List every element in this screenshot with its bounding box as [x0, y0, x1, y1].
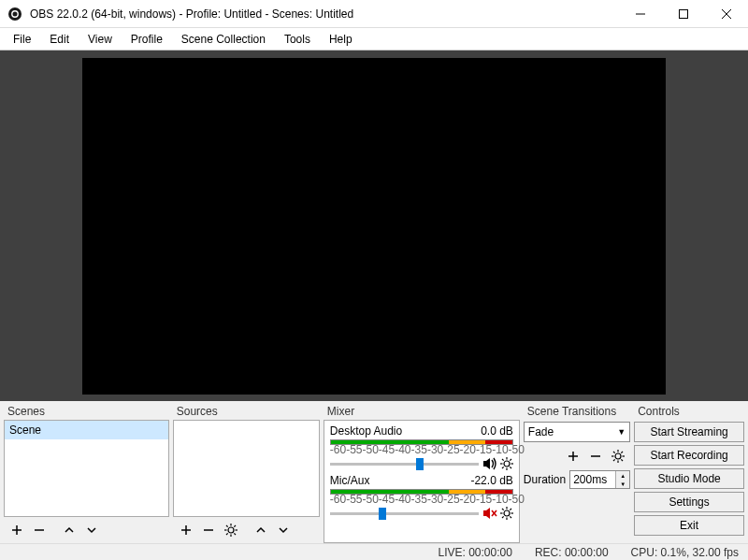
speaker-muted-icon[interactable]	[482, 507, 497, 520]
titlebar: OBS 22.0.2 (64-bit, windows) - Profile: …	[0, 0, 748, 28]
duration-spinbox[interactable]: ▲ ▼	[569, 470, 630, 489]
svg-marker-21	[483, 458, 490, 469]
mixer-channel-name: Desktop Audio	[330, 424, 402, 438]
svg-line-28	[510, 467, 511, 468]
scene-item[interactable]: Scene	[5, 421, 168, 439]
minimize-button[interactable]	[619, 0, 662, 28]
svg-line-42	[502, 516, 504, 518]
chevron-down-icon: ▼	[617, 427, 626, 437]
menu-edit[interactable]: Edit	[40, 30, 79, 49]
svg-line-27	[502, 459, 504, 461]
svg-line-39	[502, 509, 504, 510]
svg-line-40	[510, 516, 511, 518]
spin-up-button[interactable]: ▲	[616, 471, 629, 480]
gear-icon[interactable]	[500, 507, 513, 520]
svg-line-54	[613, 459, 615, 461]
app-icon	[6, 5, 24, 23]
volume-slider[interactable]	[330, 463, 479, 466]
menu-help[interactable]: Help	[320, 30, 362, 49]
svg-line-20	[226, 533, 228, 535]
svg-point-12	[228, 527, 234, 533]
mixer-panel: Mixer Desktop Audio 0.0 dB -60-55-50-45-…	[324, 403, 520, 543]
status-live: LIVE: 00:00:00	[438, 546, 511, 559]
studio-mode-button[interactable]: Studio Mode	[634, 468, 744, 489]
menu-file[interactable]: File	[4, 30, 40, 49]
gear-icon[interactable]	[500, 457, 513, 470]
svg-point-46	[615, 453, 621, 459]
transition-remove-button[interactable]	[585, 446, 606, 467]
svg-line-19	[234, 525, 236, 527]
svg-marker-31	[483, 508, 490, 519]
scene-remove-button[interactable]	[29, 520, 50, 540]
window-title: OBS 22.0.2 (64-bit, windows) - Profile: …	[24, 7, 619, 21]
mixer-channel-mic-aux: Mic/Aux -22.0 dB -60-55-50-45-40-35-30-2…	[330, 474, 513, 522]
transitions-title: Scene Transitions	[524, 403, 630, 420]
svg-line-53	[621, 452, 623, 453]
close-button[interactable]	[705, 0, 748, 28]
sources-panel: Sources	[173, 403, 320, 543]
start-streaming-button[interactable]: Start Streaming	[634, 422, 744, 442]
menu-scene-collection[interactable]: Scene Collection	[172, 30, 275, 49]
svg-line-51	[613, 452, 615, 453]
svg-line-29	[510, 459, 511, 461]
status-rec: REC: 00:00:00	[535, 546, 609, 559]
exit-button[interactable]: Exit	[634, 515, 744, 536]
speaker-icon[interactable]	[482, 457, 497, 470]
mixer-channel-db: -22.0 dB	[470, 474, 512, 487]
menu-view[interactable]: View	[79, 30, 122, 49]
mixer-channel-desktop-audio: Desktop Audio 0.0 dB -60-55-50-45-40-35-…	[330, 424, 513, 472]
scene-move-up-button[interactable]	[59, 520, 79, 540]
svg-rect-3	[680, 9, 688, 18]
status-bar: LIVE: 00:00:00 REC: 00:00:00 CPU: 0.1%, …	[0, 543, 748, 560]
volume-meter	[330, 489, 513, 495]
svg-line-18	[234, 533, 236, 535]
scenes-title: Scenes	[4, 403, 169, 420]
preview-canvas[interactable]	[82, 58, 666, 395]
svg-line-17	[226, 525, 228, 527]
menu-profile[interactable]: Profile	[122, 30, 172, 49]
source-add-button[interactable]	[176, 520, 196, 540]
status-cpu: CPU: 0.1%, 32.00 fps	[631, 546, 739, 559]
sources-list[interactable]	[173, 420, 320, 517]
meter-ticks: -60-55-50-45-40-35-30-25-20-15-10-50	[330, 445, 513, 454]
volume-slider[interactable]	[330, 512, 479, 515]
maximize-button[interactable]	[662, 0, 705, 28]
scene-add-button[interactable]	[7, 520, 27, 540]
settings-button[interactable]: Settings	[634, 492, 744, 512]
svg-point-34	[504, 510, 510, 516]
duration-input[interactable]	[570, 471, 615, 488]
mixer-channel-db: 0.0 dB	[481, 424, 513, 438]
scene-move-down-button[interactable]	[81, 520, 102, 540]
controls-title: Controls	[634, 403, 744, 420]
transition-add-button[interactable]	[563, 446, 583, 467]
sources-title: Sources	[173, 403, 320, 420]
menu-tools[interactable]: Tools	[275, 30, 320, 49]
scenes-list[interactable]: Scene	[4, 420, 169, 517]
svg-line-52	[621, 459, 623, 461]
start-recording-button[interactable]: Start Recording	[634, 445, 744, 466]
duration-label: Duration	[524, 473, 566, 486]
menubar: File Edit View Profile Scene Collection …	[0, 28, 748, 50]
transition-select[interactable]: Fade ▼	[524, 422, 630, 442]
volume-meter	[330, 439, 513, 445]
transition-properties-button[interactable]	[608, 446, 628, 467]
svg-line-41	[510, 509, 511, 510]
source-properties-button[interactable]	[221, 520, 241, 540]
transition-selected: Fade	[528, 425, 554, 438]
mixer-title: Mixer	[324, 403, 520, 420]
dock-panels: Scenes Scene Sources Mixer	[0, 401, 748, 543]
source-move-up-button[interactable]	[251, 520, 271, 540]
svg-line-30	[502, 467, 504, 468]
mixer-channel-name: Mic/Aux	[330, 474, 370, 487]
controls-panel: Controls Start Streaming Start Recording…	[634, 403, 744, 543]
svg-point-22	[504, 461, 510, 467]
svg-point-0	[8, 7, 22, 21]
source-remove-button[interactable]	[198, 520, 219, 540]
spin-down-button[interactable]: ▼	[616, 480, 629, 488]
source-move-down-button[interactable]	[273, 520, 294, 540]
scenes-panel: Scenes Scene	[4, 403, 169, 543]
preview-area	[0, 50, 748, 401]
transitions-panel: Scene Transitions Fade ▼ Duration ▲ ▼	[524, 403, 630, 543]
meter-ticks: -60-55-50-45-40-35-30-25-20-15-10-50	[330, 495, 513, 504]
